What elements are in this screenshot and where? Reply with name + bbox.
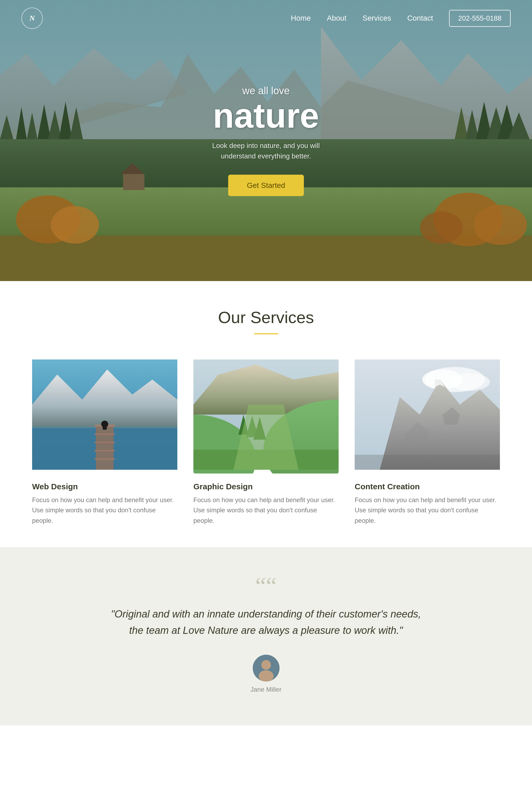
quote-icon: ““ [54, 574, 478, 598]
svg-point-52 [450, 373, 490, 391]
service-image-lake [32, 356, 177, 474]
nav-about[interactable]: About [327, 14, 346, 22]
nav-home[interactable]: Home [291, 14, 311, 22]
hero-description: Look deep into nature, and you willunder… [212, 141, 320, 161]
svg-rect-34 [95, 433, 115, 435]
nav-contact[interactable]: Contact [407, 14, 433, 22]
service-name-web: Web Design [32, 482, 177, 491]
hero-subtitle: we all love [212, 85, 320, 97]
service-desc-content: Focus on how you can help and benefit yo… [355, 495, 500, 526]
nav-services[interactable]: Services [362, 14, 391, 22]
svg-rect-39 [103, 425, 107, 430]
phone-button[interactable]: 202-555-0188 [449, 10, 511, 27]
testimonial-section: ““ "Original and with an innate understa… [0, 547, 532, 725]
service-card-content: Content Creation Focus on how you can he… [355, 356, 500, 526]
navigation: N Home About Services Contact 202-555-01… [0, 0, 532, 36]
svg-point-61 [253, 655, 280, 681]
hero-section: we all love nature Look deep into nature… [0, 0, 532, 281]
nav-links: Home About Services Contact 202-555-0188 [291, 10, 511, 27]
testimonial-avatar [253, 655, 280, 681]
service-name-content: Content Creation [355, 482, 500, 491]
service-desc-graphic: Focus on how you can help and benefit yo… [193, 495, 339, 526]
svg-rect-32 [96, 424, 114, 470]
svg-rect-57 [355, 455, 500, 470]
services-section: Our Services [0, 281, 532, 547]
section-divider [254, 333, 278, 334]
get-started-button[interactable]: Get Started [228, 175, 304, 196]
svg-rect-36 [95, 450, 115, 452]
service-card-graphic: Graphic Design Focus on how you can help… [193, 356, 339, 526]
service-image-valley [193, 356, 339, 474]
service-image-rock [355, 356, 500, 474]
testimonial-text: "Original and with an innate understandi… [106, 606, 426, 639]
logo-letter: N [30, 14, 35, 22]
services-title: Our Services [32, 308, 500, 327]
services-grid: Web Design Focus on how you can help and… [32, 356, 500, 526]
service-name-graphic: Graphic Design [193, 482, 339, 491]
svg-rect-35 [95, 442, 115, 443]
testimonial-author: Jane Miller [54, 686, 478, 693]
service-desc-web: Focus on how you can help and benefit yo… [32, 495, 177, 526]
hero-content: we all love nature Look deep into nature… [212, 85, 320, 196]
svg-rect-37 [95, 458, 115, 460]
hero-title: nature [212, 98, 320, 133]
logo: N [21, 7, 43, 29]
service-card-web: Web Design Focus on how you can help and… [32, 356, 177, 526]
